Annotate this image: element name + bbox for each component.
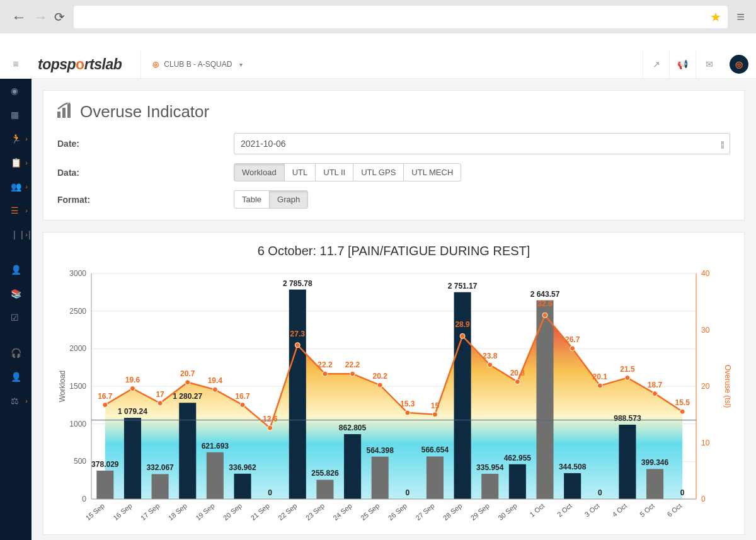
- url-bar[interactable]: ★: [74, 6, 728, 28]
- sidebar-checklist-icon[interactable]: ☑: [0, 306, 32, 330]
- svg-text:20.2: 20.2: [373, 372, 388, 381]
- svg-text:500: 500: [74, 457, 86, 466]
- svg-text:0: 0: [82, 495, 86, 503]
- svg-text:564.398: 564.398: [366, 446, 394, 455]
- svg-text:2 Oct: 2 Oct: [556, 502, 573, 518]
- svg-point-102: [570, 346, 575, 351]
- sidebar-headset-icon[interactable]: 🎧: [0, 341, 32, 365]
- svg-text:15.3: 15.3: [400, 399, 415, 408]
- svg-text:0: 0: [701, 495, 706, 503]
- svg-text:1 079.24: 1 079.24: [118, 407, 147, 416]
- svg-text:6 Oct: 6 Oct: [666, 502, 684, 518]
- bars-icon: ❘❘❘: [11, 229, 21, 239]
- bookmark-star-icon[interactable]: ★: [710, 9, 721, 25]
- sidebar-user-circle-icon[interactable]: 👤: [0, 258, 32, 282]
- svg-text:23 Sep: 23 Sep: [304, 502, 326, 522]
- user-avatar[interactable]: ◎: [730, 55, 748, 74]
- svg-text:28 Sep: 28 Sep: [442, 502, 463, 522]
- announce-icon[interactable]: 📢: [669, 50, 696, 78]
- svg-text:335.954: 335.954: [476, 463, 504, 472]
- svg-text:988.573: 988.573: [614, 414, 641, 423]
- svg-text:17 Sep: 17 Sep: [139, 502, 161, 522]
- svg-point-80: [268, 425, 273, 430]
- chart-title: 6 October: 11.7 [PAIN/FATIGUE DURING RES…: [51, 244, 736, 258]
- sidebar-clipboard-icon[interactable]: 📋: [0, 151, 32, 175]
- sidebar-list-icon[interactable]: ☰: [0, 198, 32, 222]
- sidebar: ◉▦🏃📋👥☰❘❘❘👤📚☑🎧👤⚖: [0, 79, 32, 540]
- date-input[interactable]: 2021-10-06 |¦|: [234, 133, 730, 154]
- sidebar-bars-icon[interactable]: ❘❘❘: [0, 222, 32, 246]
- data-btn-workload[interactable]: Workload: [234, 163, 285, 181]
- back-button[interactable]: ←: [11, 8, 26, 26]
- svg-text:399.346: 399.346: [641, 458, 669, 467]
- chart-icon: [57, 103, 74, 122]
- svg-text:378.029: 378.029: [91, 460, 119, 469]
- svg-text:5 Oct: 5 Oct: [638, 502, 656, 518]
- sidebar-balance-icon[interactable]: ⚖: [0, 389, 32, 413]
- svg-text:18.7: 18.7: [648, 381, 663, 389]
- main-content: Overuse Indicator Date: 2021-10-06 |¦| D…: [32, 79, 756, 540]
- svg-rect-41: [344, 434, 361, 499]
- data-btn-utl-gps[interactable]: UTL GPS: [353, 163, 404, 181]
- svg-rect-0: [57, 112, 60, 118]
- app-header: ≡ topsportslab ◎ CLUB B - A-SQUAD ↗ 📢 ✉ …: [0, 50, 756, 79]
- svg-text:19.4: 19.4: [208, 376, 223, 385]
- svg-text:0: 0: [405, 488, 410, 497]
- svg-text:20: 20: [701, 382, 710, 391]
- svg-text:22 Sep: 22 Sep: [277, 502, 298, 522]
- svg-text:12.6: 12.6: [263, 415, 278, 423]
- svg-text:2 785.78: 2 785.78: [283, 279, 312, 288]
- svg-text:862.805: 862.805: [339, 423, 367, 432]
- svg-text:22.2: 22.2: [345, 360, 360, 369]
- brand-logo[interactable]: topsportslab: [32, 56, 140, 73]
- sidebar-users-icon[interactable]: 👥: [0, 175, 32, 198]
- sidebar-profile-icon[interactable]: 👤: [0, 365, 32, 389]
- svg-point-76: [212, 387, 217, 392]
- svg-point-74: [185, 380, 190, 385]
- svg-text:Workload: Workload: [58, 371, 67, 402]
- browser-chrome: ← → ⟳ ★ ≡: [0, 0, 756, 33]
- svg-rect-53: [509, 464, 526, 499]
- sidebar-toggle[interactable]: ≡: [0, 59, 32, 70]
- squad-selector[interactable]: ◎ CLUB B - A-SQUAD: [140, 50, 254, 78]
- sidebar-books-icon[interactable]: 📚: [0, 282, 32, 306]
- format-btn-table[interactable]: Table: [234, 190, 270, 209]
- date-value: 2021-10-06: [241, 139, 286, 149]
- balance-icon: ⚖: [11, 396, 21, 406]
- svg-text:1000: 1000: [69, 420, 86, 428]
- mail-icon[interactable]: ✉: [696, 50, 722, 78]
- checklist-icon: ☑: [11, 313, 21, 323]
- sidebar-dashboard-icon[interactable]: ◉: [0, 79, 32, 103]
- svg-point-108: [653, 391, 658, 396]
- svg-text:17: 17: [156, 390, 164, 399]
- svg-text:19.6: 19.6: [125, 376, 140, 384]
- svg-text:20 Sep: 20 Sep: [222, 502, 243, 522]
- svg-rect-43: [372, 457, 389, 499]
- data-btn-utl[interactable]: UTL: [284, 163, 316, 181]
- svg-rect-51: [481, 474, 498, 499]
- svg-rect-57: [564, 473, 581, 499]
- data-btn-utl-ii[interactable]: UTL II: [315, 163, 353, 181]
- svg-point-96: [488, 362, 493, 367]
- date-picker-icon[interactable]: |¦|: [721, 139, 723, 149]
- expand-icon[interactable]: ↗: [643, 50, 669, 78]
- format-button-group: TableGraph: [234, 190, 308, 209]
- sidebar-running-icon[interactable]: 🏃: [0, 127, 32, 151]
- header-actions: ↗ 📢 ✉ ◎: [643, 50, 756, 78]
- date-label: Date:: [57, 139, 234, 149]
- format-btn-graph[interactable]: Graph: [269, 190, 308, 209]
- browser-menu-icon[interactable]: ≡: [736, 9, 745, 25]
- headset-icon: 🎧: [11, 348, 21, 358]
- svg-rect-37: [289, 290, 306, 499]
- svg-text:19 Sep: 19 Sep: [194, 502, 215, 522]
- reload-button[interactable]: ⟳: [54, 9, 65, 25]
- sidebar-calendar-icon[interactable]: ▦: [0, 103, 32, 127]
- svg-text:23.8: 23.8: [483, 352, 498, 360]
- data-btn-utl-mech[interactable]: UTL MECH: [403, 163, 461, 181]
- svg-point-98: [515, 379, 520, 384]
- svg-text:0: 0: [598, 488, 602, 497]
- svg-text:15: 15: [431, 401, 440, 410]
- running-icon: 🏃: [11, 134, 21, 144]
- svg-text:32.6: 32.6: [537, 299, 553, 308]
- svg-text:Overuse (tsl): Overuse (tsl): [723, 365, 732, 408]
